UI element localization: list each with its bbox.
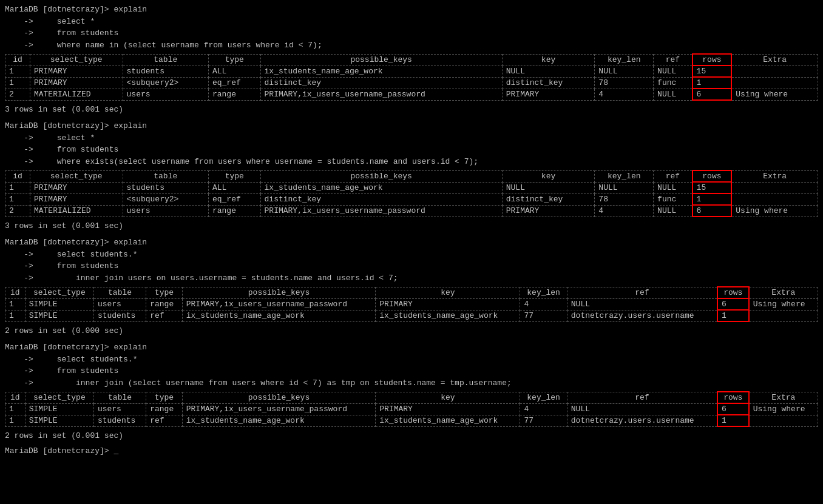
col-rows: rows	[717, 287, 749, 298]
table-row: 1 PRIMARY students ALL ix_students_name_…	[5, 182, 818, 193]
cmd-3-line2: -> select students.*	[5, 249, 818, 261]
col-ref: ref	[654, 54, 693, 66]
result-table-1: id select_type table type possible_keys …	[5, 53, 818, 101]
terminal-window: MariaDB [dotnetcrazy]> explain -> select…	[5, 4, 818, 457]
result-info-1: 3 rows in set (0.001 sec)	[5, 103, 818, 116]
col-id: id	[5, 287, 25, 298]
table-3-wrap: id select_type table type possible_keys …	[5, 285, 818, 323]
table-4-wrap: id select_type table type possible_keys …	[5, 390, 818, 428]
col-possible-keys: possible_keys	[260, 54, 502, 66]
result-info-3: 2 rows in set (0.000 sec)	[5, 324, 818, 338]
cmd-1-line1: MariaDB [dotnetcrazy]> explain	[5, 4, 818, 16]
cmd-4-line3: -> from students	[5, 365, 818, 377]
col-type: type	[208, 170, 260, 182]
col-type: type	[146, 392, 183, 403]
cmd-2-line1: MariaDB [dotnetcrazy]> explain	[5, 120, 818, 132]
col-table: table	[123, 170, 208, 182]
table-row: 1 PRIMARY <subquery2> eq_ref distinct_ke…	[5, 77, 818, 89]
col-extra: Extra	[749, 392, 818, 403]
col-rows: rows	[693, 54, 732, 66]
cmd-3-line3: -> from students	[5, 260, 818, 272]
cmd-1-line3: -> from students	[5, 27, 818, 39]
cmd-1-line4: -> where name in (select username from u…	[5, 39, 818, 52]
table-1-wrap: id select_type table type possible_keys …	[5, 52, 818, 102]
col-table: table	[93, 392, 146, 403]
cmd-2-line2: -> select *	[5, 132, 818, 144]
result-table-3: id select_type table type possible_keys …	[5, 286, 818, 322]
col-extra: Extra	[731, 54, 818, 66]
final-prompt: MariaDB [dotnetcrazy]> _	[5, 445, 818, 457]
col-select-type: select_type	[25, 392, 93, 403]
cmd-4-line1: MariaDB [dotnetcrazy]> explain	[5, 341, 818, 354]
col-key-len: key_len	[520, 392, 567, 403]
col-id: id	[5, 392, 25, 403]
col-type: type	[146, 287, 183, 298]
col-key: key	[502, 170, 595, 182]
col-table: table	[123, 54, 208, 66]
section-3: MariaDB [dotnetcrazy]> explain -> select…	[5, 237, 818, 338]
col-rows: rows	[717, 392, 749, 403]
cmd-3-line4: -> inner join users on users.username = …	[5, 272, 818, 284]
table-row: 1 SIMPLE users range PRIMARY,ix_users_us…	[5, 403, 818, 415]
result-table-4: id select_type table type possible_keys …	[5, 391, 818, 427]
col-ref: ref	[567, 287, 717, 298]
section-1: MariaDB [dotnetcrazy]> explain -> select…	[5, 4, 818, 116]
col-ref: ref	[654, 170, 693, 182]
col-key: key	[376, 287, 520, 298]
table-row: 1 PRIMARY students ALL ix_students_name_…	[5, 66, 818, 77]
col-table: table	[93, 287, 146, 298]
cmd-2-line3: -> from students	[5, 144, 818, 156]
col-id: id	[5, 170, 30, 182]
col-type: type	[208, 54, 260, 66]
col-key-len: key_len	[520, 287, 567, 298]
result-info-2: 3 rows in set (0.001 sec)	[5, 220, 818, 233]
table-row: 1 SIMPLE users range PRIMARY,ix_users_us…	[5, 298, 818, 310]
col-extra: Extra	[731, 170, 818, 182]
col-possible-keys: possible_keys	[182, 392, 376, 403]
col-select-type: select_type	[30, 170, 123, 182]
col-rows: rows	[693, 170, 732, 182]
table-row: 1 SIMPLE students ref ix_students_name_a…	[5, 415, 818, 426]
col-extra: Extra	[749, 287, 818, 298]
table-row: 2 MATERIALIZED users range PRIMARY,ix_us…	[5, 205, 818, 217]
table-row: 2 MATERIALIZED users range PRIMARY,ix_us…	[5, 89, 818, 100]
col-possible-keys: possible_keys	[260, 170, 502, 182]
cmd-4-line2: -> select students.*	[5, 354, 818, 366]
col-possible-keys: possible_keys	[182, 287, 376, 298]
col-id: id	[5, 54, 30, 66]
table-2-wrap: id select_type table type possible_keys …	[5, 169, 818, 218]
cmd-1-line2: -> select *	[5, 16, 818, 28]
section-2: MariaDB [dotnetcrazy]> explain -> select…	[5, 120, 818, 233]
table-row: 1 SIMPLE students ref ix_students_name_a…	[5, 310, 818, 321]
col-ref: ref	[567, 392, 717, 403]
table-row: 1 PRIMARY <subquery2> eq_ref distinct_ke…	[5, 193, 818, 205]
col-select-type: select_type	[30, 54, 123, 66]
cmd-4-line4: -> inner join (select username from user…	[5, 377, 818, 389]
result-table-2: id select_type table type possible_keys …	[5, 170, 818, 217]
section-4: MariaDB [dotnetcrazy]> explain -> select…	[5, 341, 818, 443]
cmd-2-line4: -> where exists(select username from use…	[5, 156, 818, 168]
col-key-len: key_len	[595, 170, 654, 182]
col-key: key	[376, 392, 520, 403]
col-key: key	[502, 54, 595, 66]
cmd-3-line1: MariaDB [dotnetcrazy]> explain	[5, 237, 818, 249]
result-info-4: 2 rows in set (0.001 sec)	[5, 429, 818, 443]
col-key-len: key_len	[595, 54, 654, 66]
col-select-type: select_type	[25, 287, 93, 298]
